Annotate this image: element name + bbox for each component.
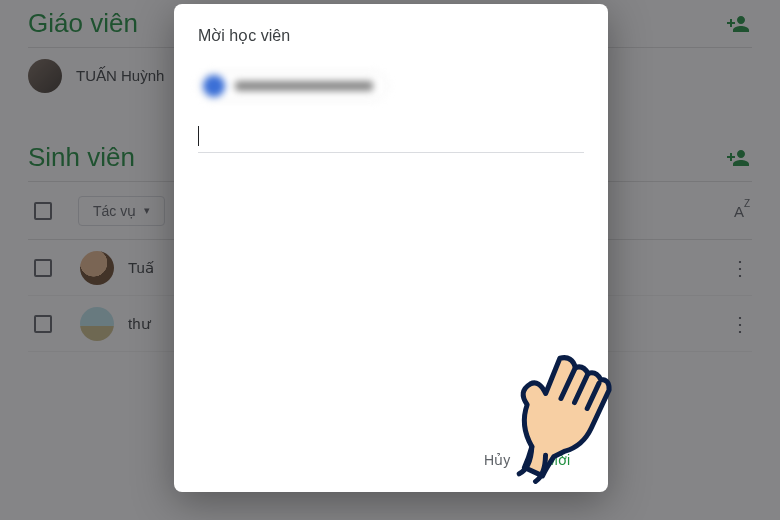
chip-text: [235, 81, 373, 91]
cancel-button[interactable]: Hủy: [470, 444, 524, 476]
email-input[interactable]: [198, 119, 584, 153]
recipient-chip[interactable]: [198, 71, 584, 101]
invite-button[interactable]: Mời: [532, 444, 584, 476]
avatar: [203, 75, 225, 97]
text-caret: [198, 126, 199, 146]
dialog-footer: Hủy Mời: [198, 436, 584, 482]
invite-students-dialog: Mời học viên Hủy Mời: [174, 4, 608, 492]
dialog-title: Mời học viên: [198, 26, 584, 45]
